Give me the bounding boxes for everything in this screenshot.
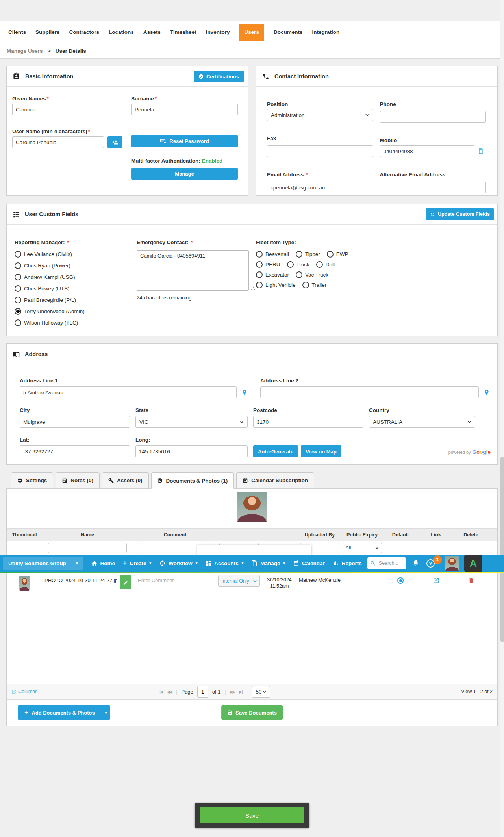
address-line1-input[interactable] [20, 386, 237, 398]
default-radio-checked[interactable] [397, 577, 404, 584]
column-header-public-expiry[interactable]: Public Expiry [341, 532, 383, 538]
name-filter-input[interactable] [48, 543, 127, 553]
position-select[interactable]: Administration [267, 109, 373, 121]
radio-checked-icon[interactable] [15, 308, 21, 315]
fleet-option[interactable]: Drill [316, 261, 335, 268]
column-header-thumbnail[interactable]: Thumbnail [7, 532, 42, 538]
public-expiry-filter-select[interactable]: All [343, 543, 382, 553]
column-header-uploaded-by[interactable]: Uploaded By [298, 532, 341, 538]
radio-icon[interactable] [327, 251, 334, 258]
toolbar-manage[interactable]: Manage ▾ [251, 560, 285, 566]
radio-icon[interactable] [15, 297, 21, 303]
location-pin-icon[interactable] [241, 388, 248, 396]
long-input[interactable] [135, 445, 248, 457]
column-header-delete[interactable]: Delete [454, 532, 488, 538]
emergency-contact-textarea[interactable]: Camilo Garcia - 0405694911 [137, 250, 249, 291]
fleet-option[interactable]: Beavertail [256, 251, 289, 258]
column-header-comment[interactable]: Comment [133, 532, 217, 538]
save-documents-button[interactable]: Save Documents [221, 705, 283, 720]
radio-icon[interactable] [256, 271, 263, 278]
fleet-option[interactable]: EWP [327, 251, 348, 258]
mobile-input[interactable] [380, 145, 474, 157]
nav-item-clients[interactable]: Clients [8, 29, 26, 35]
nav-item-suppliers[interactable]: Suppliers [35, 29, 60, 35]
save-button[interactable]: Save [200, 807, 304, 823]
scrollbar-thumb[interactable] [500, 457, 504, 642]
toolbar-create[interactable]: + Create ▾ [123, 559, 151, 568]
column-header-default[interactable]: Default [383, 532, 418, 538]
first-page-icon[interactable]: |◀ [159, 690, 163, 694]
reporting-manager-option[interactable]: Chris Ryan (Power) [15, 262, 137, 269]
location-pin-icon[interactable] [484, 388, 490, 396]
delete-button[interactable] [468, 577, 474, 585]
reporting-manager-option[interactable]: Andrew Kampl (USG) [15, 274, 137, 280]
nav-item-locations[interactable]: Locations [109, 29, 134, 35]
mfa-manage-button[interactable]: Manage [131, 168, 238, 180]
toolbar-accounts[interactable]: Accounts ▾ [205, 560, 243, 566]
reset-password-button[interactable]: Reset Password [131, 135, 238, 147]
radio-icon[interactable] [256, 282, 263, 288]
tab-settings[interactable]: Settings [11, 472, 53, 488]
nav-item-integration[interactable]: Integration [312, 29, 339, 35]
fleet-option[interactable]: Excavator [256, 271, 289, 278]
radio-icon[interactable] [287, 261, 294, 268]
prev-page-icon[interactable]: ◀◀ [167, 690, 172, 694]
default-photo-preview[interactable] [237, 492, 267, 522]
certifications-button[interactable]: Certifications [194, 71, 244, 82]
fleet-option[interactable]: Truck [287, 261, 309, 268]
given-names-input[interactable] [12, 104, 122, 115]
nav-item-assets[interactable]: Assets [143, 29, 161, 35]
toolbar-workflow[interactable]: Workflow ▾ [159, 560, 197, 567]
reporting-manager-option[interactable]: Lee Vallance (Civils) [15, 251, 137, 258]
fleet-option[interactable]: Light Vehicle [256, 282, 296, 288]
auto-generate-button[interactable]: Auto-Generate [253, 445, 298, 457]
radio-icon[interactable] [15, 319, 21, 326]
smartphone-icon[interactable] [478, 148, 484, 155]
tab-calendar-subscription[interactable]: Calendar Subscription [236, 472, 314, 488]
radio-icon[interactable] [256, 261, 263, 268]
toolbar-reports[interactable]: Reports [333, 560, 362, 566]
user-avatar[interactable] [445, 556, 459, 571]
country-select[interactable]: AUSTRALIA [369, 416, 475, 428]
comment-input[interactable] [135, 575, 215, 588]
radio-icon[interactable] [15, 274, 21, 280]
notifications-button[interactable] [412, 559, 419, 568]
vertical-scrollbar[interactable] [500, 0, 504, 837]
column-header-link[interactable]: Link [418, 532, 454, 538]
radio-icon[interactable] [296, 251, 302, 258]
share-select[interactable]: Internal Only [218, 575, 260, 587]
toolbar-calendar[interactable]: Calendar [293, 560, 325, 566]
help-button[interactable]: ? 1 [426, 559, 435, 568]
email-input[interactable] [267, 182, 373, 193]
company-menu[interactable]: Utility Solutions Group ▾ [3, 557, 83, 570]
update-custom-fields-button[interactable]: Update Custom Fields [426, 208, 494, 220]
radio-icon[interactable] [302, 282, 309, 288]
notification-badge[interactable]: 1 [433, 555, 442, 564]
next-page-icon[interactable]: ▶▶ [230, 690, 235, 694]
column-header-name[interactable]: Name [42, 532, 133, 538]
lat-input[interactable] [20, 445, 130, 457]
search-input[interactable] [378, 560, 402, 566]
document-name[interactable]: PHOTO-2024-10-30-11-24-27.jpg [44, 575, 117, 588]
app-logo[interactable]: A [464, 555, 482, 572]
add-documents-button[interactable]: + Add Documents & Photos ▾ [18, 705, 110, 720]
fleet-option[interactable]: PERU [256, 261, 280, 268]
reporting-manager-option[interactable]: Wilson Holloway (TLC) [15, 319, 137, 326]
document-thumbnail[interactable] [19, 576, 30, 591]
reporting-manager-option-selected[interactable]: Terry Underwood (Admin) [15, 308, 137, 315]
tab-documents-photos[interactable]: Documents & Photos (1) [151, 472, 234, 489]
nav-item-contractors[interactable]: Contractors [69, 29, 100, 35]
breadcrumb-parent[interactable]: Manage Users [7, 48, 43, 54]
radio-icon[interactable] [296, 271, 302, 278]
city-input[interactable] [20, 416, 130, 428]
state-select[interactable]: VIC [135, 416, 248, 428]
user-accounts-button[interactable] [107, 136, 122, 148]
add-documents-dropdown[interactable]: ▾ [102, 705, 110, 720]
nav-item-timesheet[interactable]: Timesheet [170, 29, 196, 35]
radio-icon[interactable] [316, 261, 323, 268]
fleet-option[interactable]: Tipper [296, 251, 320, 258]
view-on-map-button[interactable]: View on Map [301, 445, 341, 457]
surname-input[interactable] [131, 104, 238, 115]
username-input[interactable] [12, 136, 104, 148]
columns-button[interactable]: Columns [11, 689, 37, 694]
